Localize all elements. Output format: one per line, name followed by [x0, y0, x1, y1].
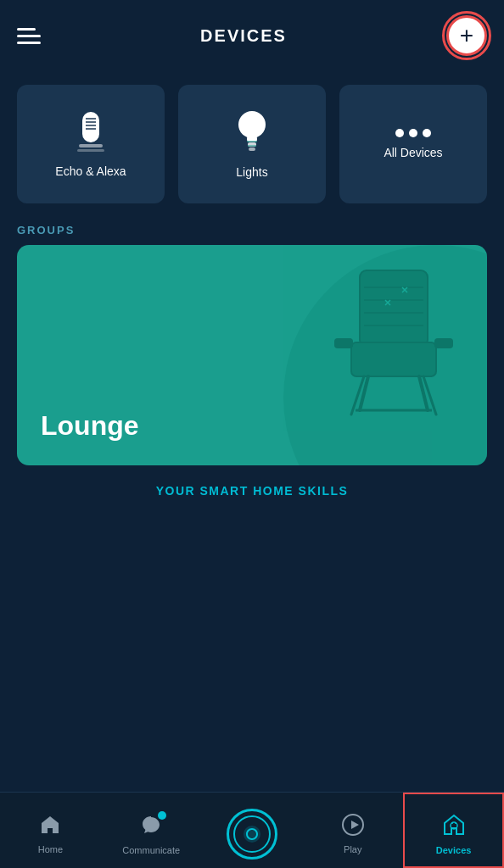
svg-rect-2 — [77, 149, 104, 152]
nav-devices[interactable]: Devices — [403, 793, 504, 868]
plus-icon: + — [460, 24, 473, 47]
page-title: DEVICES — [200, 26, 287, 46]
communicate-badge — [158, 811, 166, 820]
alexa-icon — [243, 825, 261, 843]
svg-rect-1 — [79, 144, 103, 147]
communicate-icon-wrap — [139, 813, 163, 840]
nav-communicate[interactable]: Communicate — [101, 793, 202, 868]
echo-alexa-label: Echo & Alexa — [55, 164, 126, 178]
nav-play[interactable]: Play — [302, 793, 403, 868]
dots-icon — [395, 129, 431, 137]
svg-rect-19 — [351, 342, 436, 376]
lights-label: Lights — [236, 165, 267, 179]
echo-alexa-card[interactable]: Echo & Alexa — [17, 85, 165, 203]
alexa-inner-ring — [233, 815, 271, 853]
nav-home[interactable]: Home — [0, 793, 101, 868]
lights-card[interactable]: Lights — [178, 85, 326, 203]
communicate-label: Communicate — [122, 845, 180, 855]
svg-rect-20 — [334, 338, 353, 348]
all-devices-card[interactable]: All Devices — [339, 85, 487, 203]
lounge-card[interactable]: Lounge — [17, 245, 487, 465]
svg-rect-21 — [434, 338, 453, 348]
device-categories: Echo & Alexa Lights All Devices — [0, 71, 504, 212]
nav-alexa[interactable] — [202, 793, 303, 868]
menu-button[interactable] — [17, 28, 41, 44]
echo-icon — [75, 110, 107, 156]
svg-rect-14 — [360, 270, 428, 347]
home-icon — [39, 814, 61, 839]
all-devices-label: All Devices — [384, 146, 442, 159]
home-label: Home — [38, 844, 63, 854]
add-device-button[interactable]: + — [446, 15, 487, 56]
svg-rect-8 — [247, 136, 257, 142]
alexa-button[interactable] — [227, 809, 277, 860]
play-label: Play — [344, 844, 361, 854]
bulb-icon — [236, 109, 268, 157]
groups-section-label: GROUPS — [0, 212, 504, 245]
lounge-title: Lounge — [41, 410, 139, 442]
svg-point-7 — [238, 111, 266, 138]
svg-marker-33 — [351, 821, 359, 829]
devices-icon — [442, 813, 466, 840]
header: DEVICES + — [0, 0, 504, 71]
devices-label: Devices — [436, 845, 472, 855]
svg-rect-0 — [82, 112, 99, 142]
chair-illustration — [309, 253, 479, 423]
bottom-navigation: Home Communicate — [0, 792, 504, 868]
svg-rect-10 — [249, 147, 255, 151]
smart-home-skills-label[interactable]: YOUR SMART HOME SKILLS — [0, 465, 504, 506]
play-icon — [342, 814, 364, 839]
